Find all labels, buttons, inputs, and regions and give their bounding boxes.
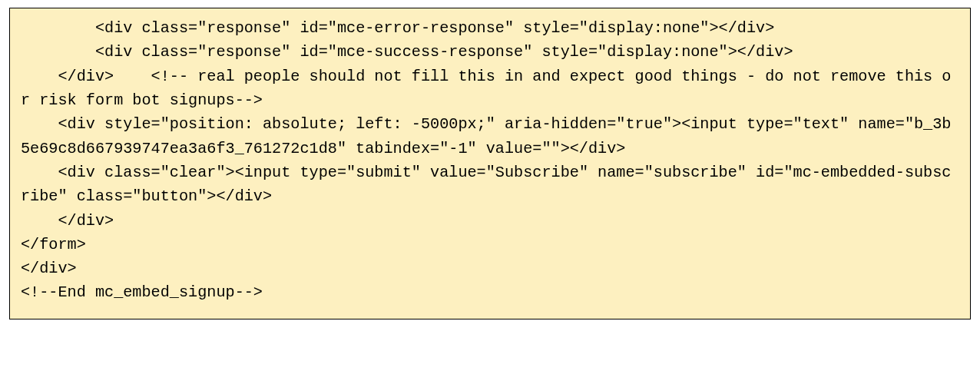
code-line: </div> [21, 212, 114, 230]
code-line: </div> <!-- real people should not fill … [21, 68, 951, 109]
page: <div class="response" id="mce-error-resp… [0, 0, 980, 384]
code-line: <div class="response" id="mce-error-resp… [21, 19, 774, 37]
code-line: <!--End mc_embed_signup--> [21, 283, 263, 301]
code-line: <div class="clear"><input type="submit" … [21, 164, 951, 205]
code-block: <div class="response" id="mce-error-resp… [9, 8, 971, 319]
code-line: <div class="response" id="mce-success-re… [21, 43, 793, 61]
code-line: <div style="position: absolute; left: -5… [21, 115, 951, 157]
code-line: </form> [21, 236, 86, 253]
code-line: </div> [21, 260, 77, 277]
